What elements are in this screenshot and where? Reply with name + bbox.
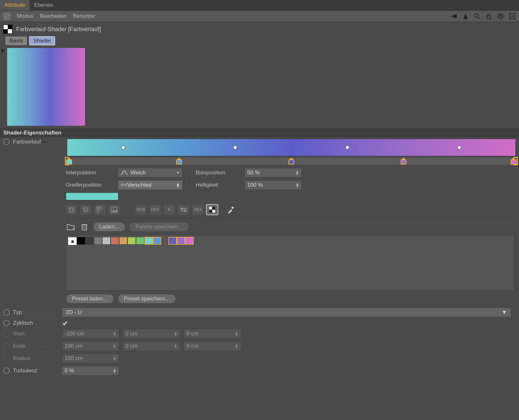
mode-k[interactable]: K — [164, 205, 175, 215]
gradient-knot[interactable] — [176, 158, 182, 165]
field-greiferposition[interactable]: <<Verschied ▲▼ — [118, 180, 183, 190]
button-palette-speichern[interactable]: Palette speichern... — [129, 222, 189, 232]
farbverlauf-disclosure[interactable]: ▼ — [42, 140, 46, 144]
key-dot-typ[interactable] — [3, 309, 10, 316]
key-dot-radius — [3, 355, 10, 362]
field-start-y[interactable]: 0 cm▲▼ — [123, 329, 180, 339]
palette-swatch[interactable] — [185, 237, 194, 245]
svg-point-5 — [498, 14, 503, 19]
lock-icon[interactable] — [485, 13, 492, 20]
search-icon[interactable] — [474, 13, 481, 20]
add-folder-icon[interactable]: + — [66, 222, 76, 232]
palette-swatch[interactable] — [102, 237, 111, 245]
palette-swatch[interactable] — [168, 237, 177, 245]
mode-hsv[interactable]: HSV — [150, 205, 161, 215]
palette-swatch[interactable] — [153, 237, 161, 245]
palette-swatch[interactable] — [177, 237, 185, 245]
dropdown-interpolation[interactable]: Weich ▼ — [118, 168, 183, 178]
current-knot-color[interactable] — [66, 192, 118, 200]
mode-swatches-icon[interactable] — [207, 205, 218, 215]
svg-marker-0 — [451, 14, 457, 18]
nav-up-icon[interactable] — [462, 13, 469, 20]
palette-swatch[interactable] — [127, 237, 136, 245]
shader-preview[interactable] — [7, 48, 85, 126]
mode-image-icon[interactable] — [109, 205, 120, 215]
menu-modus[interactable]: Modus — [17, 13, 33, 19]
preview-disclosure[interactable]: ▼ — [0, 48, 6, 53]
svg-rect-27 — [231, 206, 234, 209]
trash-icon[interactable] — [79, 222, 89, 232]
object-header: Farbverlauf-Shader [Farbverlauf] — [0, 22, 519, 36]
tab-attribute[interactable]: Attribute — [0, 0, 30, 10]
eyedropper-icon[interactable] — [226, 205, 236, 215]
mode-rgb[interactable]: RGB — [135, 205, 146, 215]
gradient-midpoint[interactable] — [121, 146, 125, 149]
field-ende-y[interactable]: 0 cm▲▼ — [123, 341, 180, 351]
button-preset-laden[interactable]: Preset laden... — [66, 294, 114, 304]
checkbox-zyklisch[interactable] — [62, 320, 68, 326]
svg-rect-20 — [180, 210, 187, 211]
mode-wheel-icon[interactable] — [80, 205, 91, 215]
nav-back-icon[interactable] — [450, 13, 457, 20]
mode-grid-icon[interactable] — [3, 13, 10, 20]
label-ende: Ende . . . . . . . — [13, 343, 58, 349]
button-preset-speichern[interactable]: Preset speichern... — [118, 294, 176, 304]
field-biasposition[interactable]: 50 % ▲▼ — [244, 168, 302, 178]
tab-ebenen[interactable]: Ebenen — [30, 0, 58, 10]
biasposition-value: 50 % — [247, 169, 260, 176]
gradient-midpoint[interactable] — [457, 146, 461, 149]
field-start-x[interactable]: -100 cm▲▼ — [62, 329, 119, 339]
mode-hex[interactable]: HEX — [192, 205, 203, 215]
gradient-midpoint[interactable] — [233, 146, 237, 149]
palette-swatch[interactable] — [136, 237, 144, 245]
new-window-icon[interactable] — [509, 13, 516, 20]
svg-marker-1 — [463, 13, 468, 19]
gradient-knot-track[interactable] — [67, 158, 516, 165]
mode-swatch-icon[interactable] — [94, 205, 105, 215]
label-turbulenz: Turbulenz . . . — [13, 368, 58, 374]
mode-spectrum-icon[interactable] — [66, 205, 77, 215]
menu-benutzer[interactable]: Benutzer — [73, 13, 95, 19]
field-start-z[interactable]: 0 cm▲▼ — [184, 329, 241, 339]
gradient-knot[interactable] — [66, 158, 72, 165]
svg-rect-22 — [185, 210, 186, 212]
palette-swatch[interactable] — [94, 237, 102, 245]
field-ende-z[interactable]: 0 cm▲▼ — [184, 341, 241, 351]
subtab-basis[interactable]: Basis — [5, 36, 27, 45]
key-dot-farbverlauf[interactable] — [3, 139, 10, 145]
palette-swatch[interactable] — [85, 237, 94, 245]
palette-swatch[interactable] — [119, 237, 127, 245]
svg-line-3 — [478, 17, 480, 19]
gradient-midpoint[interactable] — [345, 146, 349, 149]
field-radius[interactable]: 100 cm▲▼ — [62, 354, 119, 363]
gradient-knot[interactable] — [401, 158, 406, 165]
section-shader-properties: Shader-Eigenschaften — [0, 128, 519, 137]
palette-swatch[interactable] — [144, 237, 153, 245]
label-typ: Typ . . . . . . . . — [13, 309, 58, 316]
svg-point-18 — [113, 208, 114, 209]
label-interpolation: Interpolation — [66, 169, 118, 176]
svg-rect-19 — [180, 208, 187, 209]
palette-swatch[interactable] — [111, 237, 119, 245]
subtab-shader[interactable]: Shader — [29, 36, 55, 45]
field-helligkeit[interactable]: 100 % ▲▼ — [244, 180, 302, 190]
palette-screenshot-icon[interactable]: ◉ — [68, 237, 77, 245]
gradient-bar[interactable] — [67, 139, 516, 156]
svg-rect-24 — [212, 207, 215, 209]
button-laden[interactable]: Laden... — [93, 222, 125, 232]
key-dot-zyklisch[interactable] — [3, 320, 10, 326]
greiferposition-value: <<Verschied — [121, 182, 151, 188]
menu-bearbeiten[interactable]: Bearbeiten — [40, 13, 66, 19]
gradient-knot[interactable] — [511, 158, 516, 165]
palette-swatch[interactable] — [77, 237, 85, 245]
svg-rect-25 — [209, 210, 212, 213]
field-ende-x[interactable]: 100 cm▲▼ — [62, 341, 119, 351]
dropdown-typ[interactable]: 2D - U ▼ — [62, 308, 511, 317]
mode-mixer-icon[interactable] — [178, 205, 189, 215]
target-icon[interactable] — [497, 13, 504, 20]
key-dot-turbulenz[interactable] — [3, 368, 10, 374]
shader-type-icon — [3, 25, 12, 34]
gradient-knot[interactable] — [288, 158, 294, 165]
key-dot-start — [3, 331, 10, 337]
field-turbulenz[interactable]: 0 %▲▼ — [62, 366, 119, 376]
